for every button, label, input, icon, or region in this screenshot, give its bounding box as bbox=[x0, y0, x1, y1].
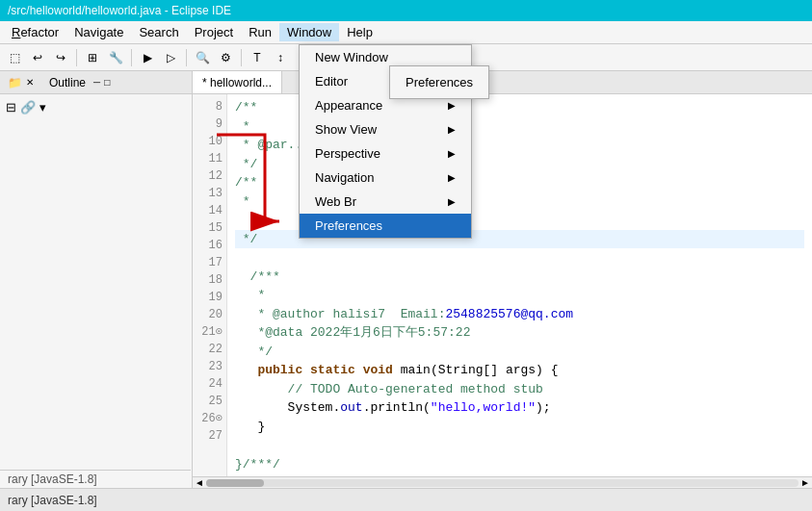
scroll-left-icon[interactable]: ◄ bbox=[195, 477, 204, 488]
toolbar-btn-5[interactable]: 🔧 bbox=[105, 47, 126, 68]
tab-close[interactable]: ✕ bbox=[26, 77, 34, 88]
package-explorer-icon: 📁 bbox=[8, 76, 22, 89]
preferences-label: Preferences bbox=[315, 218, 382, 233]
outline-maximize[interactable]: □ bbox=[104, 77, 110, 88]
left-panel-toolbar: ⊟ 🔗 ▾ bbox=[4, 98, 188, 116]
navigation-arrow-icon: ▶ bbox=[448, 172, 456, 183]
menu-bar: Refactor Navigate Search Project Run Win… bbox=[0, 21, 812, 44]
menu-item-web-browser[interactable]: Web Br ▶ bbox=[300, 190, 471, 214]
menu-item-perspective[interactable]: Perspective ▶ bbox=[300, 141, 471, 166]
tab-helloworld-label: * helloworld... bbox=[202, 76, 272, 89]
tab-helloworld[interactable]: * helloworld... bbox=[193, 71, 282, 93]
title-text: /src/helloworld/helloworld.java - Eclips… bbox=[8, 4, 231, 17]
show-view-arrow-icon: ▶ bbox=[448, 124, 456, 135]
outline-label: Outline bbox=[49, 76, 86, 89]
toolbar-btn-1[interactable]: ⬚ bbox=[4, 47, 25, 68]
status-bar: rary [JavaSE-1.8] bbox=[0, 488, 812, 511]
horizontal-scrollbar[interactable]: ◄ ► bbox=[193, 476, 812, 488]
menu-window[interactable]: Window bbox=[279, 23, 339, 41]
editor-area: * helloworld... 8 9 10 11 12 13 14 15 16… bbox=[193, 71, 812, 488]
tab-package-explorer[interactable]: 📁 ✕ bbox=[0, 74, 41, 91]
web-browser-arrow-icon: ▶ bbox=[448, 196, 456, 207]
tooltip-preferences-label: Preferences bbox=[406, 75, 473, 89]
menu-run[interactable]: Run bbox=[241, 23, 279, 41]
menu-navigate[interactable]: Navigate bbox=[66, 23, 131, 41]
perspective-label: Perspective bbox=[315, 146, 380, 161]
toolbar-sep-1 bbox=[76, 49, 77, 66]
toolbar-sep-3 bbox=[186, 49, 187, 66]
menu-project[interactable]: Project bbox=[187, 23, 241, 41]
toolbar-sep-4 bbox=[241, 49, 242, 66]
toolbar-btn-3[interactable]: ↪ bbox=[50, 47, 71, 68]
menu-search[interactable]: Search bbox=[131, 23, 186, 41]
perspective-arrow-icon: ▶ bbox=[448, 148, 456, 159]
new-window-label: New Window bbox=[315, 50, 388, 64]
toolbar-btn-11[interactable]: ↕ bbox=[270, 47, 291, 68]
link-editor-icon[interactable]: 🔗 bbox=[20, 100, 36, 115]
toolbar-btn-8[interactable]: 🔍 bbox=[192, 47, 213, 68]
menu-help[interactable]: Help bbox=[339, 23, 380, 41]
menu-item-preferences[interactable]: Preferences bbox=[300, 214, 471, 238]
toolbar-btn-10[interactable]: T bbox=[247, 47, 268, 68]
line-numbers: 8 9 10 11 12 13 14 15 16 17 18 19 20 21⊙… bbox=[193, 94, 227, 476]
menu-item-navigation[interactable]: Navigation ▶ bbox=[300, 166, 471, 190]
editor-tabs: * helloworld... bbox=[193, 71, 812, 94]
web-browser-label: Web Br bbox=[315, 194, 356, 209]
tooltip-preferences-item[interactable]: Preferences bbox=[390, 70, 488, 94]
left-panel: 📁 ✕ Outline ─ □ ⊟ 🔗 ▾ bbox=[0, 71, 193, 488]
tab-outline[interactable]: Outline ─ □ bbox=[41, 74, 118, 91]
show-view-label: Show View bbox=[315, 122, 377, 137]
lib-panel: rary [JavaSE-1.8] bbox=[0, 470, 191, 488]
view-menu-icon[interactable]: ▾ bbox=[39, 100, 46, 115]
hscroll-track[interactable] bbox=[206, 479, 799, 487]
navigation-label: Navigation bbox=[315, 170, 374, 185]
collapse-all-icon[interactable]: ⊟ bbox=[6, 100, 16, 115]
editor-label: Editor bbox=[315, 74, 348, 89]
menu-refactor[interactable]: Refactor bbox=[4, 23, 66, 41]
toolbar-btn-6[interactable]: ▶ bbox=[137, 47, 158, 68]
title-bar: /src/helloworld/helloworld.java - Eclips… bbox=[0, 0, 812, 21]
outline-minimize[interactable]: ─ bbox=[93, 77, 100, 88]
toolbar-btn-9[interactable]: ⚙ bbox=[215, 47, 236, 68]
toolbar-sep-2 bbox=[131, 49, 132, 66]
hscroll-thumb[interactable] bbox=[206, 479, 264, 487]
toolbar-btn-2[interactable]: ↩ bbox=[27, 47, 48, 68]
library-label: rary [JavaSE-1.8] bbox=[8, 494, 97, 507]
scroll-right-icon[interactable]: ► bbox=[800, 477, 810, 488]
menu-item-show-view[interactable]: Show View ▶ bbox=[300, 117, 471, 141]
code-area: 8 9 10 11 12 13 14 15 16 17 18 19 20 21⊙… bbox=[193, 94, 812, 476]
appearance-label: Appearance bbox=[315, 98, 382, 113]
left-panel-content: ⊟ 🔗 ▾ bbox=[0, 94, 192, 488]
appearance-arrow-icon: ▶ bbox=[448, 100, 456, 111]
toolbar-btn-7[interactable]: ▷ bbox=[160, 47, 181, 68]
preferences-tooltip: Preferences bbox=[389, 65, 489, 99]
left-tabs: 📁 ✕ Outline ─ □ bbox=[0, 71, 192, 94]
lib-panel-label: rary [JavaSE-1.8] bbox=[8, 473, 97, 486]
toolbar-btn-4[interactable]: ⊞ bbox=[82, 47, 103, 68]
